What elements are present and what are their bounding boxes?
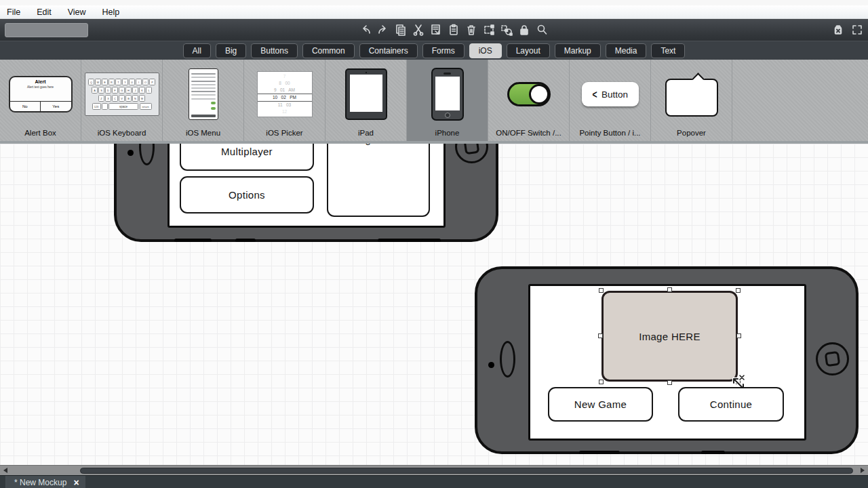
palette-item-ios-menu[interactable]: iOS Menu (163, 60, 244, 141)
tab-forms[interactable]: Forms (422, 43, 465, 58)
toolbar-right-icons (830, 21, 865, 39)
phone-speaker-icon (500, 341, 515, 378)
mini-toggle-icon (211, 102, 216, 104)
tab-big[interactable]: Big (216, 43, 246, 58)
iphone-mockup-top[interactable]: Multiplayer Options Image HERE (114, 144, 498, 242)
horizontal-scrollbar[interactable] (0, 465, 868, 475)
document-tab-new-mockup[interactable]: * New Mockup × (6, 476, 85, 488)
tab-media[interactable]: Media (606, 43, 647, 58)
resize-handle[interactable] (599, 380, 604, 384)
onoff-switch-preview (488, 60, 569, 129)
quick-add-search-input[interactable] (5, 23, 88, 37)
phone-screen: Image HERE New Game Continue (528, 284, 806, 441)
picker-selected-row: 10 02 PM (258, 94, 312, 102)
mockup-button-options[interactable]: Options (180, 176, 314, 214)
mockup-button-multiplayer[interactable]: Multiplayer (180, 144, 314, 171)
palette-item-ios-picker[interactable]: 7 8 00 9 01 AM 10 02 PM 11 03 12 iOS Pic… (244, 60, 326, 141)
delete-icon[interactable] (463, 21, 479, 39)
scrollbar-thumb[interactable] (80, 468, 853, 474)
palette-item-ipad[interactable]: iPad (326, 60, 407, 141)
palette-label: iOS Menu (186, 129, 220, 137)
menu-help[interactable]: Help (102, 7, 120, 17)
mockup-button-new-game[interactable]: New Game (548, 387, 653, 422)
document-tab-label: * New Mockup (14, 478, 66, 487)
palette-label: iPad (358, 129, 374, 137)
category-tab-strip: All Big Buttons Common Containers Forms … (0, 41, 868, 60)
chevron-left-icon: < (592, 88, 597, 101)
phone-screen: Multiplayer Options Image HERE (167, 144, 446, 228)
palette-label: iOS Picker (266, 129, 302, 137)
resize-handle[interactable] (736, 333, 741, 338)
tab-buttons[interactable]: Buttons (251, 43, 298, 58)
tab-ios[interactable]: iOS (469, 43, 502, 58)
tab-text[interactable]: Text (651, 43, 685, 58)
resize-handle[interactable] (736, 288, 741, 293)
ios-menu-preview (163, 60, 243, 129)
menu-file[interactable]: File (7, 7, 20, 17)
alert-preview-title: Alert (10, 79, 71, 84)
alert-preview-yes: Yes (41, 102, 71, 111)
copy-icon[interactable] (393, 21, 409, 39)
redo-icon[interactable] (375, 21, 391, 39)
scroll-left-arrow-icon[interactable] (0, 466, 11, 475)
lock-icon[interactable] (516, 21, 532, 39)
phone-camera-icon (127, 150, 134, 156)
alert-preview-text: Alert text goes here (10, 85, 71, 89)
paste-special-icon[interactable] (428, 21, 444, 39)
menu-view[interactable]: View (68, 7, 86, 17)
mini-toggle-icon (211, 107, 216, 110)
iphone-mockup-bottom[interactable]: Image HERE New Game Continue (475, 266, 859, 454)
resize-handle[interactable] (598, 333, 603, 338)
ipad-preview (326, 60, 406, 129)
mockup-button-continue[interactable]: Continue (678, 387, 784, 422)
palette-item-iphone[interactable]: iPhone (407, 60, 488, 141)
cut-icon[interactable] (410, 21, 427, 39)
palette-item-popover[interactable]: Popover (651, 60, 732, 141)
ungroup-icon[interactable] (498, 21, 515, 39)
palette-label: iPhone (435, 129, 460, 137)
tab-all[interactable]: All (183, 43, 211, 58)
toolbar-icon-group (357, 21, 550, 39)
phone-camera-icon (488, 362, 494, 368)
tab-common[interactable]: Common (302, 43, 355, 58)
palette-label: Alert Box (24, 129, 56, 137)
phone-home-button-icon (455, 144, 488, 163)
menu-edit[interactable]: Edit (37, 7, 52, 17)
close-tab-icon[interactable]: × (73, 478, 79, 487)
resize-handle[interactable] (599, 288, 604, 293)
tab-layout[interactable]: Layout (507, 43, 550, 58)
close-panel-icon[interactable] (830, 21, 846, 39)
window-title-strip (0, 0, 868, 5)
mockup-canvas[interactable]: Multiplayer Options Image HERE Image HER… (0, 144, 868, 465)
zoom-icon[interactable] (534, 21, 550, 39)
palette-label: Pointy Button / i... (579, 129, 640, 137)
fullscreen-icon[interactable] (849, 21, 865, 39)
toolbar (0, 19, 868, 41)
palette-label: ON/OFF Switch /... (496, 129, 561, 137)
tab-containers[interactable]: Containers (359, 43, 418, 58)
alert-preview-no: No (10, 102, 41, 111)
group-icon[interactable] (481, 21, 497, 39)
palette-item-onoff-switch[interactable]: ON/OFF Switch /... (488, 60, 570, 141)
palette-item-pointy-button[interactable]: < Button Pointy Button / i... (570, 60, 651, 141)
palette-item-alert-box[interactable]: Alert Alert text goes here No Yes Alert … (0, 60, 81, 141)
palette-empty-area (732, 60, 868, 141)
resize-handle[interactable] (667, 287, 672, 292)
phone-home-button-icon (816, 342, 849, 375)
tab-markup[interactable]: Markup (555, 43, 601, 58)
menu-bar: File Edit View Help (0, 5, 868, 19)
resize-handle[interactable] (667, 380, 672, 385)
selected-image-container[interactable]: Image HERE (601, 291, 738, 382)
ios-keyboard-preview: QWERTYUIOP ASDFGHJKL ZXCVBNM 123 space r… (81, 60, 162, 129)
palette-label: Popover (677, 129, 706, 137)
pointy-button-preview: < Button (570, 60, 650, 129)
scroll-right-arrow-icon[interactable] (857, 466, 868, 475)
palette-label: iOS Keyboard (98, 129, 146, 137)
palette-item-ios-keyboard[interactable]: QWERTYUIOP ASDFGHJKL ZXCVBNM 123 space r… (81, 60, 163, 141)
alert-box-preview: Alert Alert text goes here No Yes (0, 60, 81, 129)
iphone-preview (407, 60, 488, 129)
mockup-image-container[interactable]: Image HERE (327, 144, 430, 217)
paste-icon[interactable] (446, 21, 462, 39)
component-palette: Alert Alert text goes here No Yes Alert … (0, 60, 868, 144)
undo-icon[interactable] (357, 21, 374, 39)
